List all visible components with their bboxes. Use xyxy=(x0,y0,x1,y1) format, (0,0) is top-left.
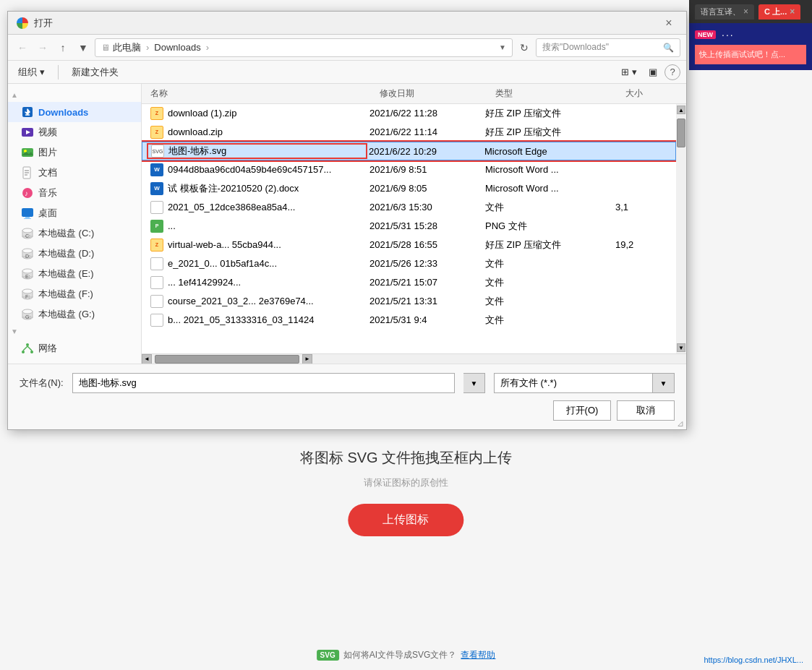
zip-icon: Z xyxy=(150,126,163,139)
nav-forward-button[interactable]: → xyxy=(34,39,51,56)
disk-f-icon: F: xyxy=(21,288,34,301)
sidebar-item-disk-c[interactable]: C: 本地磁盘 (C:) xyxy=(8,223,141,244)
file-date: 2021/5/26 12:33 xyxy=(367,258,482,269)
h-scroll-left-button[interactable]: ◄ xyxy=(142,354,152,364)
hint-link[interactable]: 查看帮助 xyxy=(461,649,495,661)
chrome-icon xyxy=(17,17,28,29)
nav-down-button[interactable]: ▼ xyxy=(74,39,92,56)
right-tab-c[interactable]: C 上... × xyxy=(758,4,800,20)
right-tab-c-close[interactable]: × xyxy=(790,7,795,17)
scroll-up-button[interactable]: ▲ xyxy=(677,106,685,114)
col-date[interactable]: 修改日期 xyxy=(377,87,492,100)
sidebar-pictures-label: 图片 xyxy=(38,146,57,159)
h-scroll-thumb[interactable] xyxy=(155,355,299,364)
pane-button[interactable]: ▣ xyxy=(644,64,662,80)
file-date: 2021/6/9 8:51 xyxy=(367,164,482,175)
view-arrow: ▾ xyxy=(632,66,637,77)
file-type: Microsoft Edge xyxy=(482,146,612,157)
sidebar-disk-d-label: 本地磁盘 (D:) xyxy=(38,247,94,260)
sidebar-item-music[interactable]: ♪ 音乐 xyxy=(8,183,141,203)
address-folder-icon: 🖥 xyxy=(101,43,110,53)
sidebar-item-disk-f[interactable]: F: 本地磁盘 (F:) xyxy=(8,284,141,304)
sidebar-videos-label: 视频 xyxy=(38,126,57,139)
file-type: 文件 xyxy=(482,201,612,214)
upload-button[interactable]: 上传图标 xyxy=(348,504,463,536)
col-name[interactable]: 名称 xyxy=(148,87,377,100)
right-tab-translate-close[interactable]: × xyxy=(743,7,748,17)
file-row-6[interactable]: P ... 2021/5/31 15:28 PNG 文件 xyxy=(142,217,676,236)
sidebar-disk-e-label: 本地磁盘 (E:) xyxy=(38,267,94,280)
file-type: Microsoft Word ... xyxy=(482,183,612,194)
filetype-arrow[interactable]: ▼ xyxy=(653,373,675,393)
filename-dropdown-button[interactable]: ▼ xyxy=(463,373,485,393)
sidebar-item-disk-e[interactable]: E: 本地磁盘 (E:) xyxy=(8,264,141,284)
col-type[interactable]: 类型 xyxy=(492,87,623,100)
sidebar-item-disk-d[interactable]: D: 本地磁盘 (D:) xyxy=(8,244,141,264)
word-icon: W xyxy=(150,182,163,195)
right-tab-translate[interactable]: 语言互译、 × xyxy=(695,4,754,20)
sidebar-item-desktop[interactable]: 桌面 xyxy=(8,203,141,223)
file-row-7[interactable]: Z virtual-web-a... 55cba944... 2021/5/28… xyxy=(142,236,676,254)
file-name: 0944d8baa96cd04a59b4e69c457157... xyxy=(168,164,331,175)
svg-badge: SVG xyxy=(317,650,339,661)
dialog-resize-handle[interactable]: ⊿ xyxy=(675,418,686,429)
file-row-4[interactable]: W 试 模板备注-20210520 (2).docx 2021/6/9 8:05… xyxy=(142,179,676,198)
cancel-button[interactable]: 取消 xyxy=(617,400,675,421)
nav-back-button[interactable]: ← xyxy=(14,39,31,56)
sidebar-item-videos[interactable]: 视频 xyxy=(8,122,141,142)
sidebar-item-downloads[interactable]: Downloads xyxy=(8,102,141,122)
file-date: 2021/5/31 9:4 xyxy=(367,314,482,325)
file-name: 2021_05_12dce3868ea85a4... xyxy=(168,202,295,212)
file-name-cell: course_2021_03_2... 2e3769e74... xyxy=(148,295,367,308)
videos-icon xyxy=(21,126,34,139)
sidebar-network-label: 网络 xyxy=(38,342,57,355)
new-folder-button[interactable]: 新建文件夹 xyxy=(67,64,123,81)
address-dropdown[interactable]: ▼ xyxy=(499,43,506,51)
sidebar-music-label: 音乐 xyxy=(38,186,57,199)
file-name-cell: Z download.zip xyxy=(148,126,367,139)
organize-label: 组织 xyxy=(18,66,37,79)
svg-text:G:: G: xyxy=(25,314,30,319)
sidebar-up-icon: ▲ xyxy=(11,91,18,99)
organize-button[interactable]: 组织 ▾ xyxy=(14,64,49,81)
scroll-down-button[interactable]: ▼ xyxy=(677,343,685,352)
rb-dots: ··· xyxy=(722,29,735,40)
sidebar-scroll-up[interactable]: ▲ xyxy=(8,88,141,102)
file-name-cell: e_2021_0... 01b5af1a4c... xyxy=(148,257,367,270)
disk-d-icon: D: xyxy=(21,247,34,260)
right-tab-c-label: C 上... xyxy=(764,7,787,17)
scroll-thumb[interactable] xyxy=(677,119,685,147)
file-row-3[interactable]: W 0944d8baa96cd04a59b4e69c457157... 2021… xyxy=(142,160,676,179)
col-size[interactable]: 大小 xyxy=(623,87,680,100)
file-name: ... 1ef41429924... xyxy=(168,277,241,288)
file-row-9[interactable]: ... 1ef41429924... 2021/5/21 15:07 文件 xyxy=(142,273,676,292)
downloads-icon xyxy=(21,106,34,119)
file-row-1[interactable]: Z download.zip 2021/6/22 11:14 好压 ZIP 压缩… xyxy=(142,123,676,142)
sidebar-item-pictures[interactable]: 图片 xyxy=(8,142,141,163)
sidebar-item-documents[interactable]: 文档 xyxy=(8,163,141,183)
search-bar[interactable]: 搜索"Downloads" 🔍 xyxy=(536,38,680,57)
vertical-scrollbar[interactable]: ▲ ▼ xyxy=(676,104,686,353)
file-row-10[interactable]: course_2021_03_2... 2e3769e74... 2021/5/… xyxy=(142,292,676,311)
help-button[interactable]: ? xyxy=(664,64,680,80)
sidebar-item-network[interactable]: 网络 xyxy=(8,338,141,358)
refresh-button[interactable]: ↻ xyxy=(516,39,533,56)
generic-icon xyxy=(150,201,163,214)
file-row-11[interactable]: b... 2021_05_31333316_03_11424 2021/5/31… xyxy=(142,311,676,330)
sidebar-disk-g-label: 本地磁盘 (G:) xyxy=(38,308,95,321)
address-bar: 🖥 此电脑 › Downloads › ▼ xyxy=(95,38,513,57)
sidebar-item-disk-g[interactable]: G: 本地磁盘 (G:) xyxy=(8,304,141,325)
filetype-dropdown[interactable]: 所有文件 (*.*) xyxy=(494,373,653,393)
file-row-8[interactable]: e_2021_0... 01b5af1a4c... 2021/5/26 12:3… xyxy=(142,254,676,273)
dialog-close-button[interactable]: × xyxy=(660,14,678,32)
nav-up-button[interactable]: ↑ xyxy=(54,39,72,56)
file-row-5[interactable]: 2021_05_12dce3868ea85a4... 2021/6/3 15:3… xyxy=(142,198,676,217)
h-scroll-right-button[interactable]: ► xyxy=(302,354,312,364)
rb-promo: 快上传插画试试吧！点... xyxy=(695,45,806,64)
filename-input[interactable] xyxy=(72,373,455,393)
sidebar-scroll-down[interactable]: ▼ xyxy=(8,325,141,338)
view-button[interactable]: ⊞ ▾ xyxy=(617,64,641,80)
open-button[interactable]: 打开(O) xyxy=(553,400,611,421)
file-row-2[interactable]: SVG 地图-地标.svg 2021/6/22 10:29 Microsoft … xyxy=(142,142,676,160)
file-row-0[interactable]: Z download (1).zip 2021/6/22 11:28 好压 ZI… xyxy=(142,104,676,123)
